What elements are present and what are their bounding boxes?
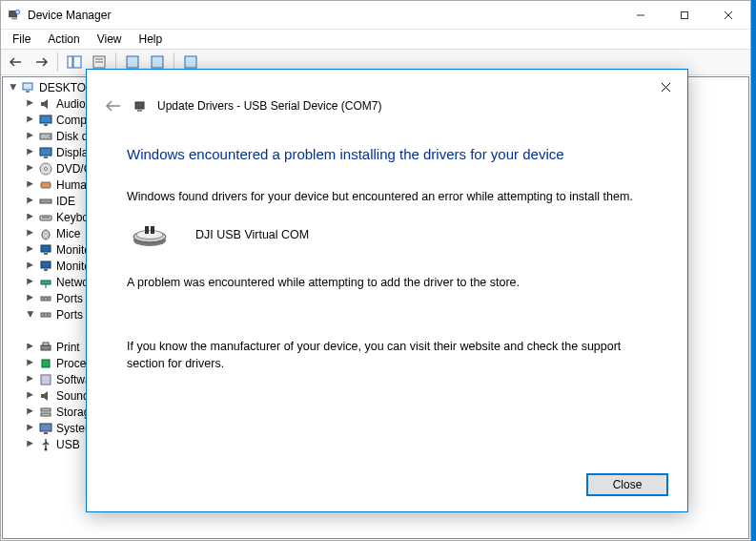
- svg-rect-49: [44, 432, 48, 434]
- expand-icon[interactable]: ⯈: [24, 195, 37, 208]
- dialog-heading: Windows encountered a problem installing…: [121, 146, 653, 162]
- device-name: DJI USB Virtual COM: [195, 228, 309, 241]
- expand-icon[interactable]: ⯆: [24, 308, 37, 322]
- update-drivers-dialog: Update Drivers - USB Serial Device (COM7…: [86, 69, 688, 512]
- close-button[interactable]: Close: [586, 473, 668, 496]
- svg-point-20: [49, 135, 51, 137]
- dialog-header: Update Drivers - USB Serial Device (COM7…: [104, 96, 653, 115]
- system-icon: [38, 421, 53, 436]
- expand-icon[interactable]: ⯈: [24, 114, 37, 127]
- svg-rect-46: [41, 408, 51, 411]
- monitor-icon: [38, 113, 53, 128]
- expand-icon[interactable]: ⯈: [24, 146, 37, 159]
- toolbar-separator: [57, 52, 58, 72]
- svg-point-38: [47, 298, 49, 300]
- dialog-body-text-1: Windows found drivers for your device bu…: [121, 189, 653, 206]
- tree-item-label: Ports: [56, 292, 83, 305]
- monitor-icon: [38, 145, 53, 160]
- svg-rect-13: [152, 56, 163, 68]
- svg-rect-59: [151, 226, 154, 234]
- expand-icon[interactable]: ⯈: [24, 389, 37, 403]
- window-title: Device Manager: [28, 9, 619, 22]
- svg-point-41: [47, 314, 49, 316]
- svg-rect-33: [44, 269, 48, 271]
- port-icon: [38, 291, 53, 306]
- show-hide-tree-button[interactable]: [63, 52, 86, 73]
- menu-file[interactable]: File: [5, 31, 38, 48]
- svg-rect-47: [41, 413, 51, 416]
- expand-icon[interactable]: ⯈: [24, 162, 37, 176]
- titlebar: Device Manager: [1, 1, 750, 30]
- nav-back-button[interactable]: [5, 52, 28, 73]
- menu-action[interactable]: Action: [40, 31, 87, 48]
- svg-rect-8: [73, 56, 81, 68]
- svg-rect-16: [26, 91, 30, 93]
- expand-icon[interactable]: ⯈: [24, 276, 37, 289]
- collapse-icon[interactable]: ⯆: [7, 81, 20, 94]
- svg-rect-53: [135, 102, 144, 109]
- expand-icon[interactable]: [41, 324, 54, 338]
- mouse-icon: [38, 226, 53, 241]
- svg-rect-4: [682, 11, 688, 18]
- dialog-subtitle: Update Drivers - USB Serial Device (COM7…: [157, 99, 381, 113]
- svg-point-29: [42, 230, 50, 239]
- expand-icon[interactable]: ⯈: [24, 341, 37, 354]
- audio-icon: [38, 388, 53, 404]
- expand-icon[interactable]: ⯈: [24, 438, 37, 451]
- expand-icon[interactable]: ⯈: [24, 178, 37, 192]
- window-controls: [619, 1, 750, 29]
- svg-rect-26: [40, 199, 51, 203]
- monitor2-icon: [38, 259, 53, 274]
- monitor2-icon: [38, 242, 53, 258]
- menu-help[interactable]: Help: [132, 31, 171, 48]
- ide-icon: [38, 194, 53, 209]
- cpu-icon: [38, 356, 53, 371]
- close-button[interactable]: [706, 1, 750, 29]
- expand-icon[interactable]: ⯈: [24, 97, 37, 111]
- svg-rect-34: [41, 281, 51, 284]
- svg-point-37: [43, 298, 45, 300]
- dialog-back-button[interactable]: [104, 96, 123, 115]
- svg-rect-45: [41, 375, 51, 385]
- svg-rect-15: [23, 83, 32, 90]
- dialog-body-text-2: A problem was encountered while attempti…: [121, 275, 653, 292]
- svg-point-24: [45, 167, 48, 170]
- tree-item-label: IDE: [56, 195, 75, 208]
- expand-icon[interactable]: ⯈: [24, 260, 37, 273]
- expand-icon[interactable]: ⯈: [24, 211, 37, 224]
- network-icon: [38, 275, 53, 290]
- expand-icon[interactable]: ⯈: [24, 130, 37, 143]
- svg-rect-36: [41, 297, 51, 301]
- expand-icon[interactable]: ⯈: [24, 292, 37, 305]
- svg-rect-58: [145, 226, 149, 234]
- spacer-icon: [55, 323, 71, 339]
- svg-point-40: [43, 314, 45, 316]
- tree-item-label: USB: [56, 438, 80, 451]
- usb-icon: [38, 437, 53, 452]
- port-icon: [38, 307, 53, 323]
- svg-rect-17: [40, 115, 51, 123]
- expand-icon[interactable]: ⯈: [24, 227, 37, 240]
- expand-icon[interactable]: ⯈: [24, 406, 37, 419]
- svg-rect-44: [42, 360, 50, 367]
- svg-rect-1: [11, 17, 16, 19]
- menu-view[interactable]: View: [90, 31, 130, 48]
- devmgr-icon: [7, 8, 22, 23]
- expand-icon[interactable]: ⯈: [24, 422, 37, 435]
- nav-forward-button[interactable]: [30, 52, 52, 73]
- svg-rect-21: [40, 148, 51, 156]
- menubar: File Action View Help: [1, 30, 750, 49]
- svg-rect-54: [137, 110, 142, 112]
- disk-icon: [38, 129, 53, 144]
- svg-rect-43: [43, 343, 49, 345]
- computer-icon: [21, 80, 36, 95]
- svg-rect-25: [41, 182, 51, 188]
- expand-icon[interactable]: ⯈: [24, 357, 37, 370]
- expand-icon[interactable]: ⯈: [24, 373, 37, 386]
- tree-item-label: Audio: [56, 97, 86, 111]
- minimize-button[interactable]: [619, 1, 663, 29]
- maximize-button[interactable]: [663, 1, 706, 29]
- device-icon: [133, 98, 148, 114]
- svg-rect-32: [41, 261, 51, 268]
- expand-icon[interactable]: ⯈: [24, 243, 37, 257]
